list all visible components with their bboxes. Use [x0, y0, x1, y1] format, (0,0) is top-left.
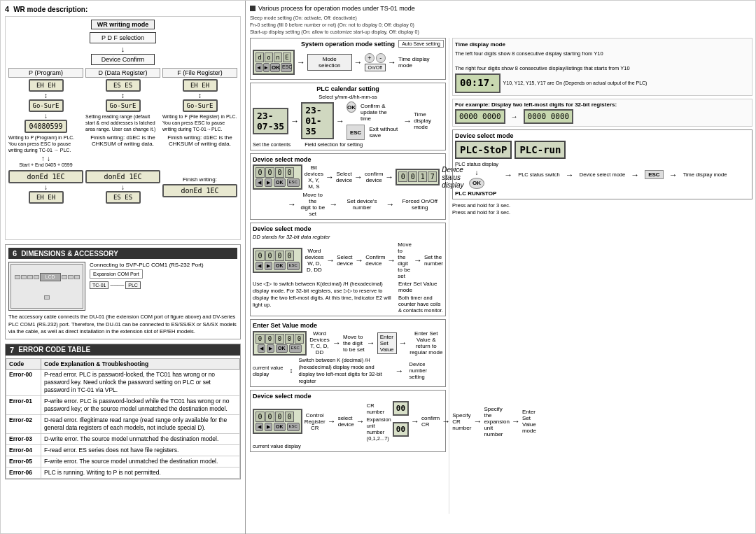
- cr-section: Device select mode 0 0 0 0 ◀: [250, 390, 446, 452]
- section4-num: 4: [5, 5, 9, 13]
- lcd-eh-f: EH EH: [183, 79, 218, 92]
- write-f-note: Writing to F (File Register) in PLC. You…: [162, 113, 237, 132]
- onoff-btns[interactable]: + - On/Off: [365, 53, 386, 71]
- device-number-setting-label: Device number setting: [410, 361, 443, 380]
- lcd-es-finish: ES ES: [106, 191, 141, 204]
- lcd-doned1: donEd 1EC: [8, 170, 83, 183]
- word-device-select-title: Device select mode: [253, 225, 443, 232]
- current-value-display2-label: current value display: [253, 443, 301, 449]
- lcd-gosure-p: Go-SurE: [29, 99, 64, 112]
- forced-onoff-label: Forced On/Off setting: [396, 198, 443, 211]
- right-column: Various process for operation modes unde…: [246, 1, 756, 534]
- time-display-mode-label: Time display mode: [398, 56, 443, 69]
- d-data-column: D (Data Register) ES ES ↕ Go-SurE Settin…: [85, 68, 160, 147]
- lcd-eh-finish: EH EH: [29, 191, 64, 204]
- enter-set-value-section: Enter Set Value mode 0 0 0 0 0: [250, 319, 446, 387]
- finish-f-note: Finish writing: d1EC is the CHKSUM of wr…: [162, 134, 237, 147]
- cr-device-panel: 0 0 0 0 ◀ ▶ OK ESC: [253, 409, 302, 434]
- word-devices-set-label: Word Devices T, C, D, DD: [309, 330, 330, 356]
- time-display-mode2: Time display mode: [414, 111, 443, 130]
- set-device-num-label: Set device's number: [340, 198, 384, 211]
- auto-save-box: Auto Save setting: [398, 40, 444, 48]
- cr-number-label: CR number: [367, 402, 391, 415]
- lcd-es1: ES ES: [106, 79, 141, 92]
- enter-set-value-btn[interactable]: Enter Set Value: [377, 332, 397, 354]
- ok-button[interactable]: OK: [346, 101, 356, 113]
- display-mode-note: Use ◁▷ to switch between K(decimal) /H (…: [253, 281, 393, 314]
- field-selection-label: Field selection for setting: [304, 141, 363, 148]
- example-note-box: For example: Display two left-most digit…: [452, 99, 752, 127]
- plc-stop-panel: PLC-StoP: [455, 141, 512, 159]
- f-file-column: F (File Register) EH EH ↕ Go-SurE Writin…: [162, 68, 237, 147]
- start-end-note: ↑ ↓ Start + End 0405 + 0599: [8, 155, 83, 167]
- y10-y15-note: Y10, Y12, Y15, Y17 are On (Depends on ac…: [503, 80, 648, 87]
- device-status-panel: 0 0 1 7: [396, 169, 440, 185]
- error-code-cell: Error-01: [6, 395, 41, 414]
- esc-button[interactable]: ESC: [346, 125, 365, 140]
- right-header-text: Various process for operation modes unde…: [258, 5, 415, 12]
- 32bit-example-display1: 0000 0000: [455, 109, 505, 124]
- exit-without-save-label: Exit without save: [366, 125, 401, 140]
- lcd-gosure-f: Go-SurE: [183, 99, 218, 112]
- time-display-mode-final-label: Time display mode: [683, 171, 727, 178]
- press-hold-3sec-note1: Press and hold for 3 sec.: [452, 202, 752, 210]
- sleep-mode-note: Sleep mode setting (On: activate, Off: d…: [250, 15, 357, 20]
- plc-status-display-label: PLC status display: [455, 161, 498, 167]
- accessory-note: The accessory cable connects the DU-01 (…: [8, 314, 237, 336]
- cr-section-title: Device select mode: [253, 393, 443, 400]
- time-display-note-box: Time display mode The left four digits s…: [452, 38, 752, 95]
- sys-op-mode-section: System operation mode setting Auto Save …: [250, 38, 446, 80]
- plc-run-stop-section: Device select mode PLC-StoP PLC-run: [452, 129, 752, 199]
- confirm-cr-label: confirm CR: [421, 415, 440, 428]
- error-desc-cell: F-write error. The source model unmatche…: [41, 456, 240, 467]
- pdf-selection-box: P D F selection: [90, 32, 156, 43]
- timer-counter-note: Both timer and counter have coils & cont…: [398, 295, 443, 314]
- plc-run-panel: PLC-run: [514, 141, 566, 159]
- error-table-row: Error-06PLC is running. Writing to P is …: [6, 467, 240, 478]
- dimensions-title: DIMENSIONS & ACCESSORY: [21, 250, 118, 258]
- error-code-cell: Error-02: [6, 414, 41, 433]
- plc-calendar-title: PLC calendar setting: [253, 85, 443, 92]
- confirm-device-word-label: Confirm device: [365, 254, 385, 267]
- right-right-subcolumn: Time display mode The left four digits s…: [449, 38, 752, 514]
- error-col-code: Code: [6, 358, 41, 369]
- expansion-unit-label: Expansion unit number (0,1,2...7): [367, 416, 391, 442]
- example-lcd-display: 00:17.: [455, 73, 500, 93]
- error-desc-cell: P-read error. PLC is password-locked, th…: [41, 369, 240, 395]
- error-code-section: 7 ERROR CODE TABLE Code Code Explanation…: [5, 344, 241, 480]
- error-desc-cell: D-read error. Illegitimate read range (r…: [41, 414, 240, 433]
- bit-devices-label: Bit devices X, Y, M, S: [304, 164, 323, 190]
- select-ymm-label: Select y/mm-d/hh-mm-ss: [253, 94, 443, 100]
- finish-writing-label: Finish writing:: [162, 176, 237, 183]
- select-cr-label: select device: [338, 415, 354, 428]
- cable-diagram: TC-01 ──── PLC: [90, 281, 237, 289]
- calendar-ok-esc[interactable]: OK Confirm & update the time ESC Exit wi…: [346, 101, 401, 140]
- section6-num: 6: [13, 249, 17, 258]
- wr-writing-mode-title: WR writing mode: [91, 20, 155, 29]
- device-select-word-section: Device select mode DD stands for 32-bit …: [250, 223, 446, 316]
- lcd-num-p: 04080599: [24, 120, 66, 133]
- calendar-display1: 23-07-35: [253, 108, 288, 134]
- error-table-row: Error-03D-write error. The source model …: [6, 433, 240, 444]
- select-device-label: Select device: [336, 171, 352, 183]
- lcd-doned2: donEd 1EC: [85, 170, 160, 183]
- startup-note: Start-up display setting (On: allow to c…: [250, 29, 419, 34]
- enter-set-value-mode-right-label: Enter Set Value mode: [398, 281, 443, 293]
- sys-op-device-panel: d o n E ◀ ▶ OK ESC: [253, 50, 295, 75]
- error-code-cell: Error-03: [6, 433, 41, 444]
- error-table: Code Code Explanation & Troubleshooting …: [6, 358, 240, 479]
- write-p-note: Writing to P (Program) in PLC. You can p…: [8, 134, 83, 153]
- finish-d-note: Finish writing: d1EC is the CHKSUM of wr…: [85, 134, 160, 147]
- wr-diagram: WR writing mode P D F selection ↓ Device…: [5, 16, 241, 240]
- section7-num: 7: [10, 346, 14, 354]
- error-col-explanation: Code Explanation & Troubleshooting: [41, 358, 240, 369]
- right-header: Various process for operation modes unde…: [250, 5, 752, 12]
- device-select-mode-final-label: Device select mode: [580, 171, 625, 178]
- lcd-gosure-d: Go-SurE: [106, 99, 141, 112]
- set-value-device-panel: 0 0 0 0 0 ◀ ▶ OK ESC: [253, 331, 307, 356]
- esc-button2[interactable]: ESC: [645, 170, 663, 179]
- set-contents-label: Set the contents: [253, 141, 290, 148]
- dimensions-section: 6 DIMENSIONS & ACCESSORY LCD: [5, 244, 241, 339]
- right-four-digits-note: The right four digits show 8 consecutive…: [455, 65, 750, 73]
- ok-button2[interactable]: OK: [469, 178, 484, 189]
